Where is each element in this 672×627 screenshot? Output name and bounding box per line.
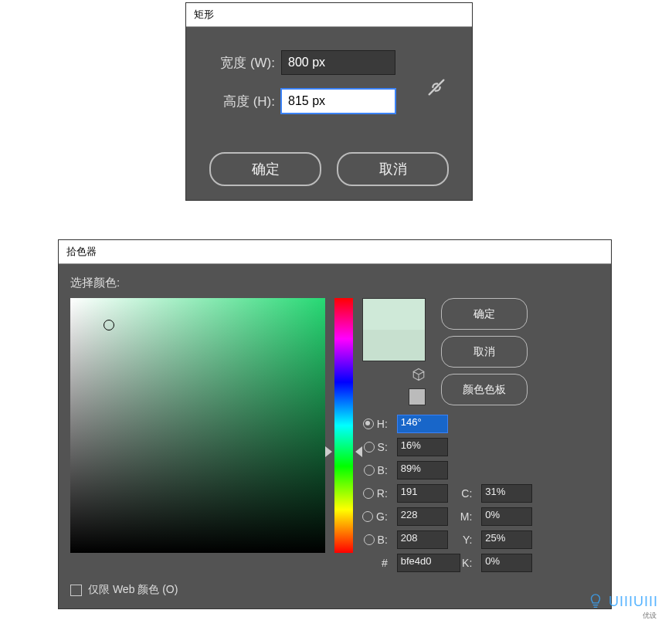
s-label[interactable]: S: (362, 441, 388, 453)
hue-arrow-left-icon (325, 446, 332, 457)
h-radio[interactable] (363, 419, 374, 429)
width-row: 宽度 (W): 800 px (202, 50, 456, 75)
hex-label: # (362, 557, 388, 569)
picker-ok-button[interactable]: 确定 (441, 298, 528, 330)
k-label: K: (460, 557, 473, 569)
height-label: 高度 (H): (202, 93, 275, 110)
hex-input[interactable]: bfe4d0 (397, 554, 460, 572)
color-picker-dialog: 拾色器 选择颜色: (58, 239, 612, 609)
picker-main: 确定 取消 颜色色板 H: 146° S: 16% B: 89% R: (70, 298, 528, 572)
c-label: C: (460, 487, 473, 500)
b-input[interactable]: 89% (397, 461, 448, 480)
r-label[interactable]: R: (362, 487, 388, 500)
rectangle-dialog: 矩形 宽度 (W): 800 px 高度 (H): 815 px 确定 取消 (185, 2, 473, 201)
bp-label[interactable]: B: (362, 534, 388, 546)
color-picker-title: 拾色器 (59, 240, 611, 264)
g-radio[interactable] (362, 511, 373, 522)
h-label[interactable]: H: (362, 418, 388, 430)
y-label: Y: (460, 534, 473, 546)
cancel-button[interactable]: 取消 (337, 152, 449, 186)
web-only-label: 仅限 Web 颜色 (O) (88, 583, 178, 597)
lightbulb-icon (587, 593, 604, 610)
y-input[interactable]: 25% (481, 530, 532, 549)
rectangle-button-row: 确定 取消 (186, 143, 472, 200)
s-radio[interactable] (364, 442, 375, 452)
out-of-gamut-swatch[interactable] (409, 388, 426, 405)
link-constrain-icon[interactable] (426, 76, 449, 100)
b-label[interactable]: B: (362, 464, 388, 476)
bp-radio[interactable] (364, 534, 375, 545)
hue-arrow-right-icon (355, 446, 362, 457)
picker-cancel-button[interactable]: 取消 (441, 336, 528, 368)
rectangle-dialog-title: 矩形 (186, 3, 472, 27)
select-color-label: 选择颜色: (70, 276, 599, 290)
swatch-column (362, 298, 426, 405)
watermark: UIIIUIII (587, 593, 658, 610)
new-color-swatch (363, 299, 425, 330)
k-input[interactable]: 0% (481, 554, 532, 572)
width-label: 宽度 (W): (202, 54, 275, 72)
c-input[interactable]: 31% (481, 484, 532, 503)
web-only-row[interactable]: 仅限 Web 颜色 (O) (70, 583, 178, 597)
hue-strip[interactable] (334, 298, 353, 553)
watermark-brand: UIIIUIII (609, 594, 658, 610)
width-input[interactable]: 800 px (281, 50, 395, 75)
color-swatches-button[interactable]: 颜色色板 (441, 374, 528, 405)
height-row: 高度 (H): 815 px (202, 89, 456, 114)
color-swatch (362, 298, 426, 361)
picker-button-column: 确定 取消 颜色色板 (441, 298, 528, 405)
web-only-checkbox[interactable] (70, 585, 82, 596)
r-radio[interactable] (363, 488, 374, 499)
bp-input[interactable]: 208 (397, 530, 448, 549)
cube-icon[interactable] (412, 368, 426, 384)
rectangle-dialog-body: 宽度 (W): 800 px 高度 (H): 815 px (186, 27, 472, 143)
value-grid: H: 146° S: 16% B: 89% R: 191 C: 31% G: 2… (362, 415, 528, 572)
color-picker-body: 选择颜色: (59, 264, 611, 608)
g-label[interactable]: G: (362, 510, 388, 523)
right-column: 确定 取消 颜色色板 (362, 298, 528, 405)
m-label: M: (460, 510, 473, 523)
g-input[interactable]: 228 (397, 507, 448, 526)
ok-button[interactable]: 确定 (209, 152, 321, 186)
color-cursor-icon (104, 320, 114, 330)
old-color-swatch[interactable] (363, 330, 425, 361)
height-input[interactable]: 815 px (281, 89, 395, 114)
h-input[interactable]: 146° (397, 415, 448, 433)
r-input[interactable]: 191 (397, 484, 448, 503)
s-input[interactable]: 16% (397, 438, 448, 456)
b-radio[interactable] (364, 465, 375, 476)
watermark-sub: 优设 (643, 611, 657, 621)
m-input[interactable]: 0% (481, 507, 532, 526)
color-square[interactable] (70, 298, 325, 553)
